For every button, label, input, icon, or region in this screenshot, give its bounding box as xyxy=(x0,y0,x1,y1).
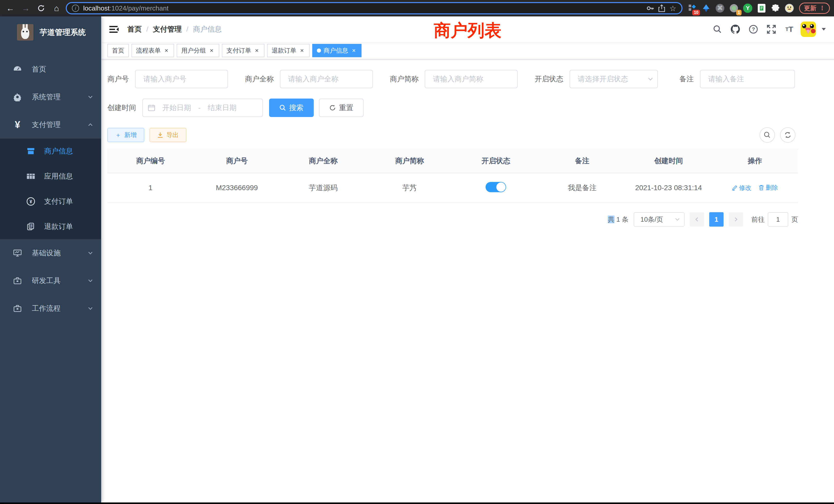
delete-link[interactable]: 删除 xyxy=(759,183,778,192)
url-bar[interactable]: i localhost:1024/pay/merchant ☆ xyxy=(66,2,682,14)
col-full-name: 商户全称 xyxy=(280,149,367,173)
close-icon[interactable]: × xyxy=(208,47,215,54)
sidebar-submenu-pay: 商户信息 应用信息 ¥ 支付订单 xyxy=(0,139,101,239)
extension-puzzle-icon[interactable] xyxy=(771,4,780,13)
tab-refund-order[interactable]: 退款订单× xyxy=(267,44,310,57)
sidebar-menu: 首页 系统管理 ¥ 支付管理 xyxy=(0,55,101,322)
sidebar-item-refund-order[interactable]: 退款订单 xyxy=(0,214,101,239)
hide-search-button[interactable] xyxy=(760,127,775,143)
sidebar-logo[interactable]: 芋道管理系统 xyxy=(0,17,101,48)
filter-merchant-no: 商户号 xyxy=(107,70,228,88)
search-button[interactable]: 搜索 xyxy=(269,98,314,117)
goto-page-input[interactable] xyxy=(768,212,788,227)
filter-form-row-1: 商户号 商户全称 商户简称 开启状态 请选择开启状态 xyxy=(107,70,795,88)
help-button[interactable]: ? xyxy=(747,23,760,36)
reset-button[interactable]: 重置 xyxy=(319,98,364,117)
tab-merchant-info[interactable]: 商户信息× xyxy=(312,44,361,57)
sidebar-item-system[interactable]: 系统管理 xyxy=(0,83,101,111)
extension-kite-icon[interactable] xyxy=(702,4,711,13)
extension-y-icon[interactable]: Y xyxy=(743,4,752,13)
avatar-dropdown-icon[interactable] xyxy=(822,28,826,32)
password-key-icon[interactable] xyxy=(646,4,654,12)
tab-home[interactable]: 首页 xyxy=(107,44,129,57)
prev-page-button[interactable] xyxy=(690,212,704,227)
sidebar-item-pay[interactable]: ¥ 支付管理 xyxy=(0,111,101,139)
tab-process-form[interactable]: 流程表单× xyxy=(131,44,174,57)
page-size-select[interactable]: 10条/页 xyxy=(634,212,684,227)
font-size-button[interactable]: TT xyxy=(783,23,796,36)
sidebar-item-devtools[interactable]: 研发工具 xyxy=(0,267,101,295)
question-icon: ? xyxy=(749,25,758,34)
export-button[interactable]: 导出 xyxy=(150,128,186,142)
table-toolbar: ＋新增 导出 xyxy=(107,127,795,143)
extension-grid-icon[interactable]: 10 xyxy=(688,4,697,13)
github-icon xyxy=(730,24,741,35)
next-page-button[interactable] xyxy=(729,212,743,227)
browser-reload-button[interactable] xyxy=(35,2,47,14)
sidebar-item-app-info[interactable]: 应用信息 xyxy=(0,164,101,189)
remark-input[interactable] xyxy=(700,70,795,88)
chevron-down-icon xyxy=(88,306,93,311)
extension-emoji-icon[interactable] xyxy=(785,4,794,13)
col-actions: 操作 xyxy=(712,149,798,173)
close-icon[interactable]: × xyxy=(351,47,357,54)
filter-full-name: 商户全称 xyxy=(245,70,373,88)
short-name-input[interactable] xyxy=(425,70,518,88)
site-info-icon[interactable]: i xyxy=(72,5,79,12)
close-icon[interactable]: × xyxy=(299,47,305,54)
edit-link[interactable]: 修改 xyxy=(732,184,751,192)
chevron-left-icon xyxy=(694,217,699,222)
chevron-down-icon xyxy=(648,76,653,82)
start-date-input[interactable] xyxy=(158,104,195,112)
tab-pay-order[interactable]: 支付订单× xyxy=(222,44,264,57)
status-select[interactable]: 请选择开启状态 xyxy=(570,70,658,88)
extension-command-icon[interactable]: ⌘ xyxy=(716,4,725,13)
status-toggle[interactable] xyxy=(486,182,506,192)
header-search-button[interactable] xyxy=(711,23,724,36)
edit-pencil-icon xyxy=(732,185,738,191)
filter-short-name: 商户简称 xyxy=(390,70,518,88)
close-icon[interactable]: × xyxy=(254,47,260,54)
browser-back-button[interactable]: ← xyxy=(4,2,17,14)
bookmark-star-icon[interactable]: ☆ xyxy=(670,4,676,13)
tab-user-group[interactable]: 用户分组× xyxy=(177,44,219,57)
cell-remark: 我是备注 xyxy=(539,173,625,203)
sidebar-item-home[interactable]: 首页 xyxy=(0,55,101,83)
share-icon[interactable] xyxy=(658,4,665,12)
col-create-time: 创建时间 xyxy=(626,149,712,173)
browser-update-button[interactable]: 更新 ⋮ xyxy=(799,3,830,14)
merchant-no-input[interactable] xyxy=(135,70,228,88)
refresh-icon xyxy=(784,131,791,139)
sidebar-collapse-button[interactable] xyxy=(109,24,119,35)
sidebar-item-workflow[interactable]: 工作流程 xyxy=(0,295,101,322)
page-number-button[interactable]: 1 xyxy=(709,212,724,227)
close-icon[interactable]: × xyxy=(163,47,170,54)
refresh-table-button[interactable] xyxy=(780,127,795,143)
chevron-down-icon xyxy=(88,278,93,283)
sidebar-item-pay-order[interactable]: ¥ 支付订单 xyxy=(0,189,101,214)
avatar[interactable] xyxy=(800,22,816,37)
cell-full-name: 芋道源码 xyxy=(280,173,367,203)
full-name-input[interactable] xyxy=(280,70,373,88)
sidebar-item-label: 研发工具 xyxy=(32,276,88,285)
annotation-title: 商户列表 xyxy=(434,19,502,42)
field-label: 开启状态 xyxy=(534,74,563,84)
sidebar-item-infra[interactable]: 基础设施 xyxy=(0,239,101,267)
create-time-range-picker[interactable]: - xyxy=(142,98,263,117)
cell-create-time: 2021-10-23 08:31:14 xyxy=(626,173,712,203)
end-date-input[interactable] xyxy=(204,104,241,112)
sidebar: 芋道管理系统 首页 系统管理 ¥ 支付管 xyxy=(0,17,101,502)
breadcrumb-home[interactable]: 首页 xyxy=(127,24,142,34)
breadcrumb-pay[interactable]: 支付管理 xyxy=(153,24,182,34)
refresh-icon xyxy=(329,105,336,111)
add-button[interactable]: ＋新增 xyxy=(107,128,144,142)
extension-timer-icon[interactable]: 1 xyxy=(729,4,739,13)
screen: ← → ⌂ i localhost:1024/pay/merchant ☆ 10 xyxy=(0,0,834,504)
sidebar-item-merchant-info[interactable]: 商户信息 xyxy=(0,139,101,164)
browser-forward-button[interactable]: → xyxy=(20,2,32,14)
browser-menu-icon[interactable]: ⋮ xyxy=(819,5,825,12)
browser-home-button[interactable]: ⌂ xyxy=(50,2,63,14)
extension-doc-icon[interactable] xyxy=(757,4,766,13)
github-button[interactable] xyxy=(729,23,742,36)
fullscreen-button[interactable] xyxy=(765,23,778,36)
